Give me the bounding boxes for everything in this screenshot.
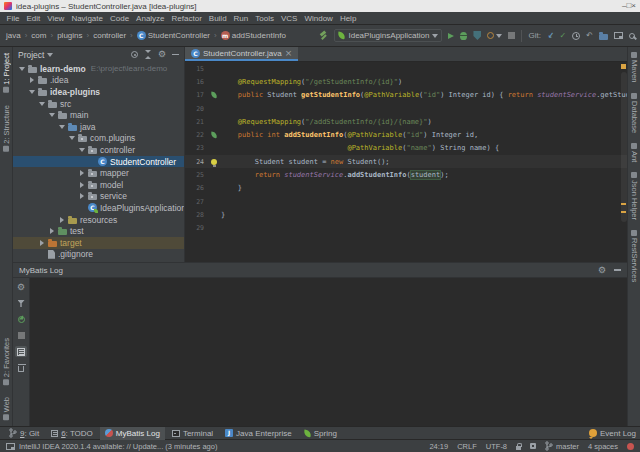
shelf-button[interactable] bbox=[599, 32, 608, 40]
read-only-toggle[interactable] bbox=[516, 442, 521, 450]
inspection-indicator[interactable] bbox=[621, 64, 626, 69]
history-button[interactable] bbox=[572, 32, 580, 40]
tool-stripe-restservices[interactable]: RestServices bbox=[630, 230, 639, 282]
tool-stripe-json-helper[interactable]: Json Helper bbox=[630, 172, 639, 220]
clear-button[interactable] bbox=[15, 362, 27, 373]
code-line-23[interactable]: 23@PathVariable("name") String name) { bbox=[185, 142, 627, 155]
log-console[interactable] bbox=[30, 278, 627, 426]
settings-button[interactable]: ⚙ bbox=[15, 282, 27, 293]
hide-panel-icon[interactable] bbox=[172, 54, 179, 56]
collapse-arrow-icon[interactable] bbox=[48, 113, 55, 117]
expand-arrow-icon[interactable] bbox=[38, 240, 45, 246]
close-icon[interactable]: × bbox=[285, 49, 293, 57]
code-area[interactable]: 1516@RequestMapping("/getStudentInfo/{id… bbox=[185, 62, 627, 262]
tab-terminal[interactable]: Terminal bbox=[167, 427, 218, 440]
menu-file[interactable]: File bbox=[3, 12, 23, 25]
code-line-24[interactable]: 24Student student = new Student(); bbox=[185, 155, 627, 168]
line-number[interactable]: 26 bbox=[185, 184, 207, 192]
code-line-29[interactable]: 29 bbox=[185, 222, 627, 235]
line-number[interactable]: 22 bbox=[185, 131, 207, 139]
menu-build[interactable]: Build bbox=[205, 12, 230, 25]
gutter-slot[interactable] bbox=[207, 159, 221, 165]
coverage-button[interactable] bbox=[473, 31, 481, 40]
collapse-arrow-icon[interactable] bbox=[58, 125, 65, 129]
tree-item-java[interactable]: java bbox=[13, 121, 184, 133]
tool-stripe-web[interactable]: Web bbox=[2, 397, 11, 420]
menu-view[interactable]: View bbox=[44, 12, 68, 25]
stop-button[interactable] bbox=[508, 32, 515, 39]
build-button[interactable] bbox=[318, 31, 328, 40]
stop-button[interactable] bbox=[15, 330, 27, 341]
tab-9-git[interactable]: 9: Git bbox=[4, 427, 44, 440]
tree-item-gitignore[interactable]: .gitignore bbox=[13, 249, 184, 261]
menu-tools[interactable]: Tools bbox=[252, 12, 278, 25]
line-number[interactable]: 15 bbox=[185, 65, 207, 73]
collapse-arrow-icon[interactable] bbox=[38, 102, 45, 106]
tree-item-learn-demo[interactable]: learn-demoE:\project\learn-demo bbox=[13, 63, 184, 75]
update-project-button[interactable]: ↓ bbox=[547, 32, 554, 40]
indent[interactable]: 4 spaces bbox=[588, 442, 618, 451]
gear-icon[interactable]: ⚙ bbox=[598, 266, 606, 275]
project-view-selector[interactable]: Project bbox=[18, 50, 44, 60]
git-branch[interactable]: master bbox=[545, 441, 579, 451]
code-line-21[interactable]: 21@RequestMapping("/addStudentInfo/{id}/… bbox=[185, 115, 627, 128]
line-number[interactable]: 16 bbox=[185, 78, 207, 86]
breadcrumb-studentcontroller[interactable]: CStudentController bbox=[136, 31, 211, 40]
menu-vcs[interactable]: VCS bbox=[277, 12, 300, 25]
tree-item-test[interactable]: test bbox=[13, 225, 184, 237]
code-line-20[interactable]: 20 bbox=[185, 102, 627, 115]
editor-scrollbar[interactable] bbox=[621, 72, 627, 222]
commit-button[interactable]: ✓ bbox=[560, 32, 567, 40]
tool-stripe-1-project[interactable]: 1: Project bbox=[2, 53, 11, 93]
tab-spring[interactable]: Spring bbox=[299, 427, 342, 440]
line-number[interactable]: 21 bbox=[185, 118, 207, 126]
expand-arrow-icon[interactable] bbox=[58, 217, 65, 223]
menu-window[interactable]: Window bbox=[301, 12, 336, 25]
error-stripe[interactable] bbox=[620, 62, 627, 262]
line-number[interactable]: 24 bbox=[185, 158, 207, 166]
tree-item-idea[interactable]: .idea bbox=[13, 75, 184, 87]
tree-item-src[interactable]: src bbox=[13, 98, 184, 110]
tool-stripe-database[interactable]: Database bbox=[630, 93, 639, 133]
expand-arrow-icon[interactable] bbox=[28, 77, 35, 83]
rollback-button[interactable]: ↶ bbox=[586, 32, 593, 40]
tab-6-todo[interactable]: 6: TODO bbox=[46, 427, 98, 440]
scroll-to-end-button[interactable] bbox=[15, 346, 27, 357]
line-number[interactable]: 17 bbox=[185, 91, 207, 99]
filter-button[interactable] bbox=[15, 298, 27, 309]
inspection-profile[interactable] bbox=[530, 443, 536, 449]
menu-navigate[interactable]: Navigate bbox=[68, 12, 107, 25]
breadcrumb-controller[interactable]: controller bbox=[92, 31, 127, 40]
menu-refactor[interactable]: Refactor bbox=[168, 12, 205, 25]
warning-mark[interactable] bbox=[621, 203, 626, 205]
code-line-27[interactable]: 27 bbox=[185, 195, 627, 208]
menu-analyze[interactable]: Analyze bbox=[133, 12, 168, 25]
run-button[interactable] bbox=[448, 33, 454, 39]
tool-stripe-2-structure[interactable]: 2: Structure bbox=[2, 105, 11, 152]
breadcrumb-addstudentinfo[interactable]: maddStudentInfo bbox=[220, 31, 287, 40]
caret-position[interactable]: 24:19 bbox=[429, 442, 448, 451]
tab-java-enterprise[interactable]: JJava Enterprise bbox=[220, 427, 297, 440]
run-config-selector[interactable]: IdeaPluginsApplication bbox=[334, 29, 442, 42]
expand-arrow-icon[interactable] bbox=[48, 228, 55, 234]
expand-arrow-icon[interactable] bbox=[78, 193, 85, 199]
tool-stripe-ant[interactable]: Ant bbox=[630, 143, 639, 162]
code-line-25[interactable]: 25return studentService.addStudentInfo(s… bbox=[185, 168, 627, 181]
line-number[interactable]: 27 bbox=[185, 198, 207, 206]
profiler-button[interactable] bbox=[487, 32, 502, 39]
tool-stripe-2-favorites[interactable]: 2: Favorites bbox=[2, 338, 11, 385]
tree-item-mapper[interactable]: mapper bbox=[13, 167, 184, 179]
code-line-22[interactable]: 22public int addStudentInfo(@PathVariabl… bbox=[185, 128, 627, 141]
line-separator[interactable]: CRLF bbox=[457, 442, 477, 451]
gear-icon[interactable]: ⚙ bbox=[158, 50, 166, 59]
tree-item-controller[interactable]: controller bbox=[13, 144, 184, 156]
warning-mark[interactable] bbox=[621, 211, 626, 213]
expand-arrow-icon[interactable] bbox=[78, 170, 85, 176]
tree-item-service[interactable]: service bbox=[13, 191, 184, 203]
line-number[interactable]: 28 bbox=[185, 211, 207, 219]
event-log-button[interactable]: Event Log bbox=[589, 429, 636, 438]
line-number[interactable]: 20 bbox=[185, 105, 207, 113]
breadcrumb-java[interactable]: java bbox=[5, 31, 22, 40]
tab-mybatis-log[interactable]: MyBatis Log bbox=[100, 427, 165, 440]
tree-item-idea-plugins[interactable]: idea-plugins bbox=[13, 86, 184, 98]
